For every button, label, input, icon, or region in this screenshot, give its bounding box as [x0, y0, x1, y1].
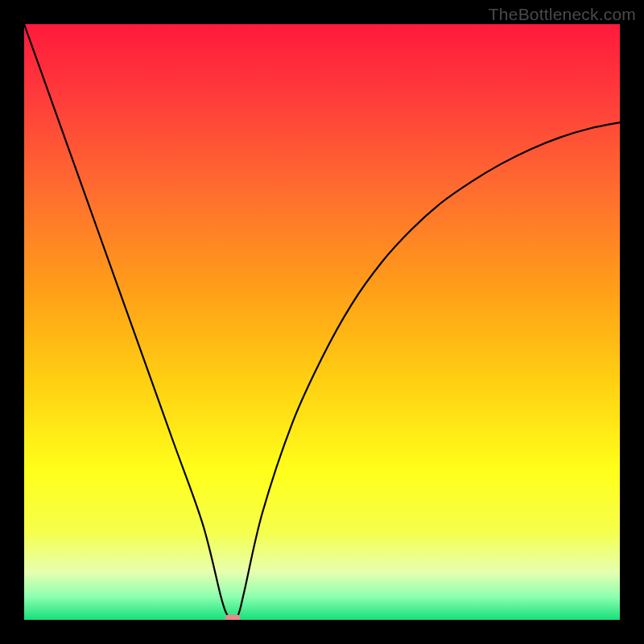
optimal-point-marker: [225, 615, 241, 620]
gradient-background: [24, 24, 620, 620]
chart-frame: TheBottleneck.com: [0, 0, 644, 644]
plot-area: [24, 24, 620, 620]
chart-svg: [24, 24, 620, 620]
watermark-label: TheBottleneck.com: [489, 5, 636, 24]
